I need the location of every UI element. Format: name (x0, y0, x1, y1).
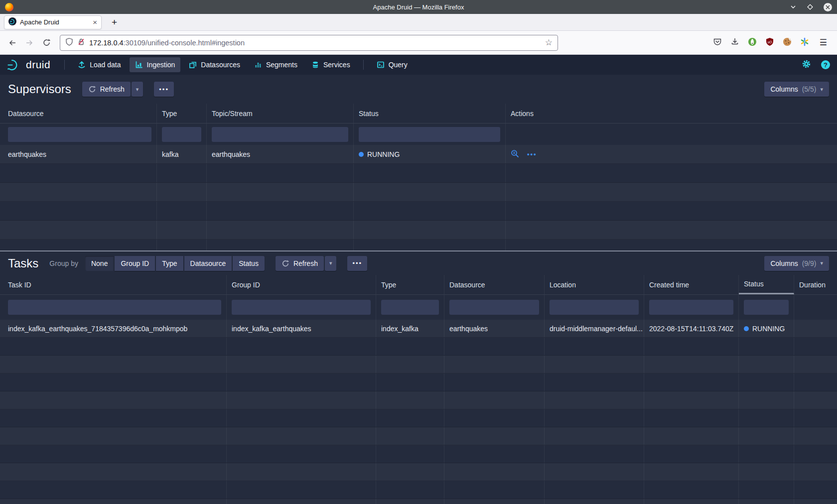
supervisor-type: kafka (157, 145, 207, 163)
column-header-topic-stream[interactable]: Topic/Stream (207, 104, 354, 123)
column-header-datasource[interactable]: Datasource (444, 275, 545, 294)
group-by-status-button[interactable]: Status (233, 256, 265, 271)
tasks-more-button[interactable]: ••• (347, 256, 367, 271)
columns-label: Columns (770, 259, 798, 267)
reload-icon[interactable] (39, 35, 54, 50)
ingestion-icon (135, 61, 143, 69)
column-header-datasource[interactable]: Datasource (0, 104, 157, 123)
druid-logo-icon (7, 59, 22, 71)
ellipsis-icon: ••• (352, 259, 362, 267)
druid-logo[interactable]: druid (7, 59, 50, 71)
inspect-magnifier-icon[interactable] (511, 149, 519, 159)
extension-sparkle-icon[interactable] (800, 37, 809, 48)
tasks-columns-button[interactable]: Columns (9/9) ▾ (764, 256, 829, 271)
help-icon[interactable]: ? (821, 60, 830, 69)
url-bar[interactable]: 172.18.0.4:30109/unified-console.html#in… (60, 35, 558, 51)
pocket-icon[interactable] (713, 37, 722, 48)
column-header-status[interactable]: Status (354, 104, 506, 123)
status-filter-input[interactable] (359, 127, 500, 142)
nav-item-segments[interactable]: Segments (249, 57, 303, 72)
tracking-shield-icon[interactable] (65, 38, 73, 47)
group-by-group-id-button[interactable]: Group ID (115, 256, 155, 271)
minimize-icon[interactable] (790, 3, 797, 10)
browser-tab[interactable]: Apache Druid × (4, 15, 102, 29)
supervisors-rows: earthquakes kafka earthquakes RUNNING ••… (0, 145, 837, 251)
group-by-none-button[interactable]: None (85, 256, 114, 271)
empty-table-row (0, 481, 837, 499)
maximize-icon[interactable] (807, 3, 814, 10)
task-row[interactable]: index_kafka_earthquakes_7184357396d6c0a_… (0, 320, 837, 338)
status-dot (744, 326, 749, 331)
created-time-filter-input[interactable] (649, 300, 733, 315)
supervisors-table-header: Datasource Type Topic/Stream Status Acti… (0, 104, 837, 124)
column-header-task-id[interactable]: Task ID (0, 275, 227, 294)
columns-count: (9/9) (802, 259, 817, 267)
supervisors-more-button[interactable]: ••• (154, 82, 174, 97)
tasks-table-header: Task ID Group ID Type Datasource Locatio… (0, 275, 837, 295)
group-by-button-group: None Group ID Type Datasource Status (85, 256, 265, 271)
new-tab-button[interactable]: + (109, 17, 120, 27)
forward-icon[interactable] (22, 35, 37, 50)
datasource-filter-input[interactable] (449, 300, 539, 315)
column-header-group-id[interactable]: Group ID (227, 275, 376, 294)
group-by-type-button[interactable]: Type (156, 256, 183, 271)
row-more-icon[interactable]: ••• (527, 150, 537, 158)
close-icon[interactable] (824, 3, 832, 11)
supervisor-row[interactable]: earthquakes kafka earthquakes RUNNING ••… (0, 145, 837, 164)
empty-table-row (0, 374, 837, 391)
group-id-filter-input[interactable] (232, 300, 371, 315)
nav-item-label: Ingestion (147, 61, 175, 69)
tasks-refresh-button[interactable]: Refresh (276, 256, 324, 271)
supervisors-refresh-button[interactable]: Refresh (82, 82, 131, 97)
ublock-icon[interactable]: uO (765, 37, 774, 48)
column-header-type[interactable]: Type (376, 275, 444, 294)
privacy-badger-icon[interactable] (748, 37, 757, 48)
window-title: Apache Druid — Mozilla Firefox (0, 3, 837, 11)
tab-title: Apache Druid (20, 18, 89, 26)
empty-table-row (0, 445, 837, 463)
tasks-rows: index_kafka_earthquakes_7184357396d6c0a_… (0, 320, 837, 504)
svg-text:uO: uO (767, 40, 772, 44)
tasks-refresh-caret-button[interactable]: ▾ (325, 256, 337, 271)
status-filter-input[interactable] (744, 300, 789, 315)
location-filter-input[interactable] (550, 300, 639, 315)
supervisors-refresh-caret-button[interactable]: ▾ (132, 82, 143, 97)
columns-count: (5/5) (802, 85, 817, 93)
chevron-down-icon: ▾ (820, 86, 823, 93)
column-header-duration[interactable]: Duration (794, 275, 837, 294)
tasks-table: Task ID Group ID Type Datasource Locatio… (0, 275, 837, 504)
nav-item-ingestion[interactable]: Ingestion (130, 57, 181, 72)
task-duration (794, 320, 837, 337)
nav-item-services[interactable]: Services (306, 57, 356, 72)
empty-table-row (0, 356, 837, 374)
nav-item-datasources[interactable]: Datasources (183, 57, 246, 72)
nav-item-query[interactable]: Query (371, 57, 413, 72)
column-header-created-time[interactable]: Created time (644, 275, 739, 294)
nav-item-load-data[interactable]: Load data (72, 57, 126, 72)
type-filter-input[interactable] (162, 127, 201, 142)
refresh-label: Refresh (293, 259, 318, 267)
task-id-filter-input[interactable] (8, 300, 221, 315)
url-path: :30109/unified-console.html#ingestion (124, 39, 245, 47)
topic-stream-filter-input[interactable] (212, 127, 348, 142)
chevron-down-icon: ▾ (820, 260, 823, 266)
hamburger-menu-icon[interactable]: ☰ (818, 37, 829, 48)
column-header-status-sorted[interactable]: Status (739, 275, 794, 294)
column-header-actions[interactable]: Actions (506, 104, 837, 123)
empty-table-row (0, 463, 837, 481)
bookmark-star-icon[interactable]: ☆ (545, 37, 553, 48)
insecure-lock-icon[interactable] (77, 38, 85, 47)
settings-gear-icon[interactable] (802, 59, 811, 70)
datasource-filter-input[interactable] (8, 127, 151, 142)
download-icon[interactable] (730, 37, 739, 48)
tab-close-icon[interactable]: × (93, 18, 97, 26)
cookie-icon[interactable] (783, 37, 792, 48)
refresh-label: Refresh (100, 85, 125, 93)
column-header-type[interactable]: Type (157, 104, 207, 123)
nav-item-label: Query (389, 61, 408, 69)
supervisors-columns-button[interactable]: Columns (5/5) ▾ (764, 82, 829, 97)
group-by-datasource-button[interactable]: Datasource (184, 256, 232, 271)
column-header-location[interactable]: Location (545, 275, 644, 294)
type-filter-input[interactable] (381, 300, 439, 315)
back-icon[interactable] (5, 35, 20, 50)
